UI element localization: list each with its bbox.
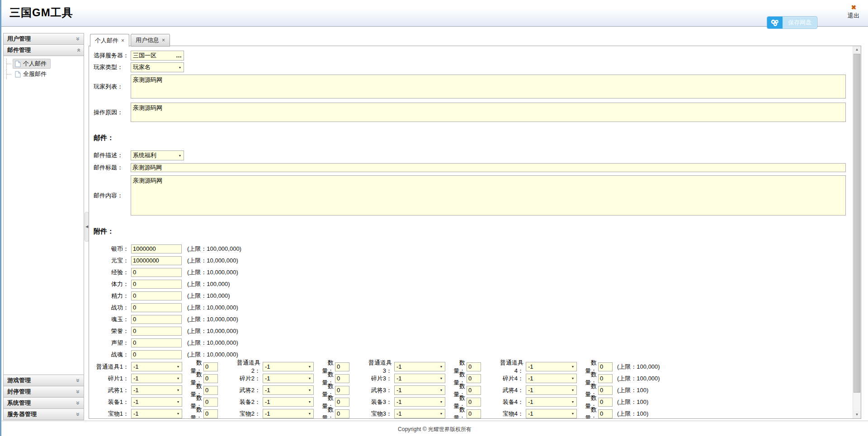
mail-desc-row: 邮件描述： 系统福利 ▼ <box>94 150 848 160</box>
item-select[interactable]: -1▼ <box>526 409 577 418</box>
quantity-input[interactable] <box>598 398 613 407</box>
accordion-header[interactable]: 封停管理» <box>3 386 84 398</box>
tab-active[interactable]: 个人邮件× <box>90 34 129 47</box>
server-browse-button[interactable]: … <box>175 53 184 58</box>
resource-input[interactable] <box>131 303 182 312</box>
quantity-input[interactable] <box>598 374 613 383</box>
collapse-icon[interactable]: » <box>76 48 80 52</box>
mail-content-input[interactable]: 亲测源码网 <box>131 175 846 216</box>
item-label: 普通道具3： <box>359 359 392 375</box>
quantity-input[interactable] <box>598 362 613 371</box>
resource-limit: (上限：10,000,000) <box>187 268 238 277</box>
server-select[interactable]: 三国一区 … <box>131 51 184 61</box>
accordion-header[interactable]: 用户管理» <box>3 33 84 45</box>
scroll-up-icon[interactable]: ▲ <box>853 46 861 53</box>
item-select[interactable]: -1▼ <box>131 362 182 371</box>
tab-close-icon[interactable]: × <box>121 38 124 44</box>
resource-input[interactable] <box>131 268 182 277</box>
item-limit: (上限：100,000) <box>617 375 660 383</box>
resource-input[interactable] <box>131 350 182 359</box>
expand-icon[interactable]: » <box>76 401 80 405</box>
item-select[interactable]: -1▼ <box>394 409 445 418</box>
quantity-input[interactable] <box>467 374 481 383</box>
quantity-input[interactable] <box>598 386 613 395</box>
expand-icon[interactable]: » <box>76 37 80 41</box>
mail-title-input[interactable] <box>131 163 846 172</box>
scroll-down-icon[interactable]: ▼ <box>853 411 861 418</box>
quantity-input[interactable] <box>203 386 218 395</box>
item-select[interactable]: -1▼ <box>394 374 445 383</box>
resource-input[interactable] <box>131 256 182 265</box>
quantity-input[interactable] <box>467 362 481 371</box>
quantity-input[interactable] <box>335 374 349 383</box>
resource-limit: (上限：100,000) <box>187 292 230 300</box>
item-select[interactable]: -1▼ <box>394 362 445 371</box>
quantity-input[interactable] <box>335 398 349 407</box>
mail-desc-select[interactable]: 系统福利 ▼ <box>131 150 184 160</box>
quantity-input[interactable] <box>203 374 218 383</box>
accordion-header[interactable]: 服务器管理» <box>3 408 84 420</box>
tab-inactive[interactable]: 用户信息× <box>131 34 170 47</box>
sidebar-splitter[interactable]: ◀ <box>85 33 88 419</box>
close-icon[interactable]: ✖ <box>844 4 863 10</box>
chevron-down-icon: ▼ <box>569 412 576 415</box>
item-select[interactable]: -1▼ <box>263 374 314 383</box>
resource-limit: (上限：10,000,000) <box>187 339 238 347</box>
resource-input[interactable] <box>131 315 182 324</box>
expand-icon[interactable]: » <box>76 390 80 394</box>
accordion-header[interactable]: 邮件管理» <box>3 44 84 56</box>
expand-icon[interactable]: » <box>76 379 80 382</box>
resource-input[interactable] <box>131 291 182 300</box>
item-select[interactable]: -1▼ <box>526 385 577 395</box>
item-select[interactable]: -1▼ <box>131 374 182 383</box>
resource-input[interactable] <box>131 280 182 289</box>
item-select[interactable]: -1▼ <box>131 397 182 407</box>
item-select[interactable]: -1▼ <box>263 385 314 395</box>
netdisk-save-button[interactable]: 保存网盘 <box>767 16 817 29</box>
quantity-label: 数量： <box>580 406 597 419</box>
item-row: 宝物1：-1▼数量：宝物2：-1▼数量：宝物3：-1▼数量：宝物4：-1▼数量：… <box>94 409 848 418</box>
vertical-scrollbar[interactable]: ▲ ▼ <box>853 46 861 418</box>
item-select[interactable]: -1▼ <box>263 409 314 418</box>
mail-content-label: 邮件内容： <box>94 192 131 200</box>
resource-input[interactable] <box>131 327 182 336</box>
quantity-input[interactable] <box>467 398 481 407</box>
item-label: 宝物1： <box>94 410 129 418</box>
item-select[interactable]: -1▼ <box>526 397 577 407</box>
item-select[interactable]: -1▼ <box>394 385 445 395</box>
accordion-header[interactable]: 系统管理» <box>3 397 84 409</box>
item-limit: (上限：100) <box>617 410 648 418</box>
item-select[interactable]: -1▼ <box>526 362 577 371</box>
player-type-select[interactable]: 玩家名 ▼ <box>131 62 184 72</box>
chevron-down-icon: ▼ <box>176 66 184 69</box>
tree-item[interactable]: 全服邮件 <box>6 69 82 79</box>
quantity-input[interactable] <box>203 398 218 407</box>
tab-close-icon[interactable]: × <box>162 37 165 43</box>
tree-item[interactable]: 个人邮件 <box>6 59 82 69</box>
player-list-input[interactable]: 亲测源码网 <box>131 75 846 98</box>
quantity-input[interactable] <box>467 409 481 418</box>
resource-input[interactable] <box>131 338 182 347</box>
resource-input[interactable] <box>131 244 182 253</box>
logout-button[interactable]: ✖ 退出 <box>844 4 863 20</box>
item-select[interactable]: -1▼ <box>263 362 314 371</box>
quantity-input[interactable] <box>598 409 613 418</box>
item-select[interactable]: -1▼ <box>263 397 314 407</box>
item-select[interactable]: -1▼ <box>394 397 445 407</box>
quantity-input[interactable] <box>335 386 349 395</box>
reason-input[interactable]: 亲测源码网 <box>131 103 846 122</box>
quantity-input[interactable] <box>467 386 481 395</box>
sidebar: 用户管理»邮件管理»个人邮件全服邮件游戏管理»封停管理»系统管理»服务器管理» <box>3 33 84 420</box>
item-label: 碎片1： <box>94 375 129 383</box>
quantity-input[interactable] <box>335 362 349 371</box>
resource-limit: (上限：10,000,000) <box>187 351 238 359</box>
quantity-input[interactable] <box>335 409 349 418</box>
expand-icon[interactable]: » <box>76 413 80 416</box>
item-select[interactable]: -1▼ <box>131 409 182 418</box>
item-select[interactable]: -1▼ <box>131 385 182 395</box>
quantity-input[interactable] <box>203 409 218 418</box>
scrollbar-thumb[interactable] <box>854 54 860 393</box>
accordion-header[interactable]: 游戏管理» <box>3 375 84 386</box>
item-select[interactable]: -1▼ <box>526 374 577 383</box>
quantity-input[interactable] <box>203 362 218 371</box>
